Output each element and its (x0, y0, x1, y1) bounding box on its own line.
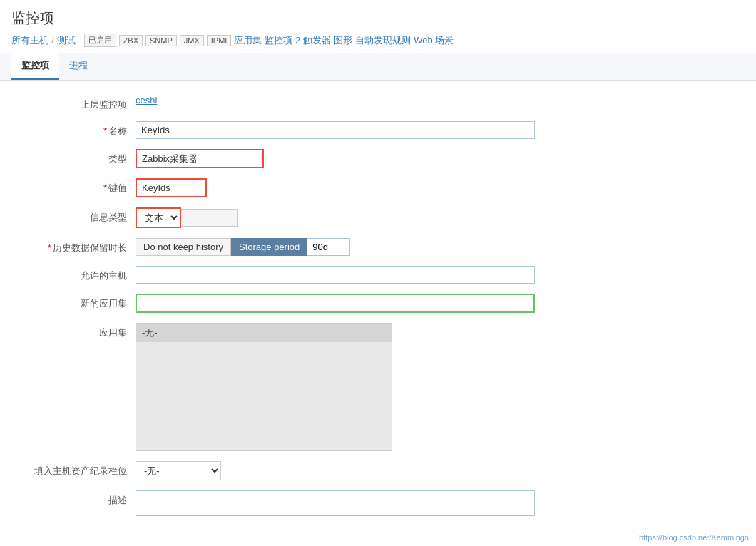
required-star-key: * (103, 182, 107, 193)
label-new-app: 新的应用集 (21, 294, 136, 310)
watermark: https://blog.csdn.net/Kammingo (639, 533, 749, 540)
required-star-history: * (48, 242, 51, 253)
history-row: Do not keep history Storage period (136, 238, 535, 256)
app-list-wrapper: -无- (136, 323, 535, 451)
row-desc: 描述 (21, 490, 735, 516)
ctrl-type (136, 149, 535, 168)
label-fill: 填入主机资产纪录栏位 (21, 461, 136, 478)
name-input[interactable] (136, 121, 535, 139)
infotype-select[interactable]: 文本 (136, 207, 181, 228)
nav-tabs: 监控项 进程 (11, 53, 745, 80)
ctrl-history: Do not keep history Storage period (136, 238, 535, 256)
breadcrumb: 所有主机 / 测试 已启用 ZBX SNMP JMX IPMI 应用集 监控项 … (11, 34, 745, 47)
nav-link-web[interactable]: Web 场景 (414, 34, 454, 47)
breadcrumb-host[interactable]: 所有主机 (11, 34, 48, 47)
required-star: * (103, 125, 107, 136)
tag-snmp: SNMP (145, 35, 177, 46)
nav-link-graphs[interactable]: 图形 (334, 34, 352, 47)
ctrl-infotype: 文本 (136, 207, 535, 228)
tag-ipmi: IPMI (207, 35, 232, 46)
allowed-hosts-input[interactable] (136, 266, 535, 284)
row-app: 应用集 -无- (21, 323, 735, 451)
ctrl-new-app (136, 294, 535, 313)
tabs-container: 监控项 进程 (0, 53, 756, 81)
tag-enabled: 已启用 (84, 34, 116, 47)
nav-link-triggers[interactable]: 触发器 (303, 34, 331, 47)
page-header: 监控项 所有主机 / 测试 已启用 ZBX SNMP JMX IPMI 应用集 … (0, 0, 756, 53)
form-content: 上层监控项 ceshi *名称 类型 *键值 信息类型 (0, 81, 756, 540)
row-fill: 填入主机资产纪录栏位 -无- (21, 461, 735, 480)
label-name: *名称 (21, 121, 136, 138)
row-history: *历史数据保留时长 Do not keep history Storage pe… (21, 238, 735, 256)
row-type: 类型 (21, 149, 735, 168)
row-infotype: 信息类型 文本 (21, 207, 735, 228)
label-parent: 上层监控项 (21, 95, 136, 111)
ctrl-allowed-hosts (136, 266, 535, 284)
ctrl-app: -无- (136, 323, 535, 451)
row-allowed-hosts: 允许的主机 (21, 266, 735, 284)
new-app-input[interactable] (136, 294, 535, 313)
label-type: 类型 (21, 149, 136, 165)
btn-no-history[interactable]: Do not keep history (136, 238, 231, 256)
page-title: 监控项 (11, 9, 745, 28)
label-allowed-hosts: 允许的主机 (21, 266, 136, 282)
nav-link-discovery[interactable]: 自动发现规则 (355, 34, 411, 47)
infotype-wrapper: 文本 (136, 207, 535, 228)
parent-link[interactable]: ceshi (136, 95, 157, 105)
desc-input[interactable] (136, 490, 535, 516)
ctrl-name (136, 121, 535, 139)
tag-jmx: JMX (180, 35, 204, 46)
fill-select[interactable]: -无- (136, 461, 221, 480)
app-listbox[interactable]: -无- (136, 323, 392, 451)
label-app: 应用集 (21, 323, 136, 339)
label-desc: 描述 (21, 490, 136, 507)
row-parent: 上层监控项 ceshi (21, 95, 735, 111)
infotype-extra (181, 209, 238, 227)
tab-process[interactable]: 进程 (59, 53, 98, 80)
tab-items[interactable]: 监控项 (11, 53, 59, 80)
row-name: *名称 (21, 121, 735, 139)
key-input[interactable] (136, 178, 207, 197)
tag-bar: 已启用 ZBX SNMP JMX IPMI (84, 34, 232, 47)
breadcrumb-sep: / (51, 35, 54, 46)
ctrl-fill: -无- (136, 461, 535, 480)
row-key: *键值 (21, 178, 735, 197)
app-listbox-item-none[interactable]: -无- (136, 324, 392, 342)
ctrl-desc (136, 490, 535, 516)
label-history: *历史数据保留时长 (21, 238, 136, 254)
value-parent: ceshi (136, 95, 535, 105)
nav-link-appset[interactable]: 应用集 (234, 34, 262, 47)
label-key: *键值 (21, 178, 136, 195)
btn-storage-period[interactable]: Storage period (231, 238, 307, 256)
history-period-input[interactable] (307, 238, 350, 256)
type-input[interactable] (136, 149, 264, 168)
row-new-app: 新的应用集 (21, 294, 735, 313)
nav-link-items[interactable]: 监控项 2 (265, 34, 300, 47)
tag-zbx: ZBX (119, 35, 143, 46)
label-infotype: 信息类型 (21, 207, 136, 224)
ctrl-key (136, 178, 535, 197)
breadcrumb-sub[interactable]: 测试 (57, 34, 76, 47)
